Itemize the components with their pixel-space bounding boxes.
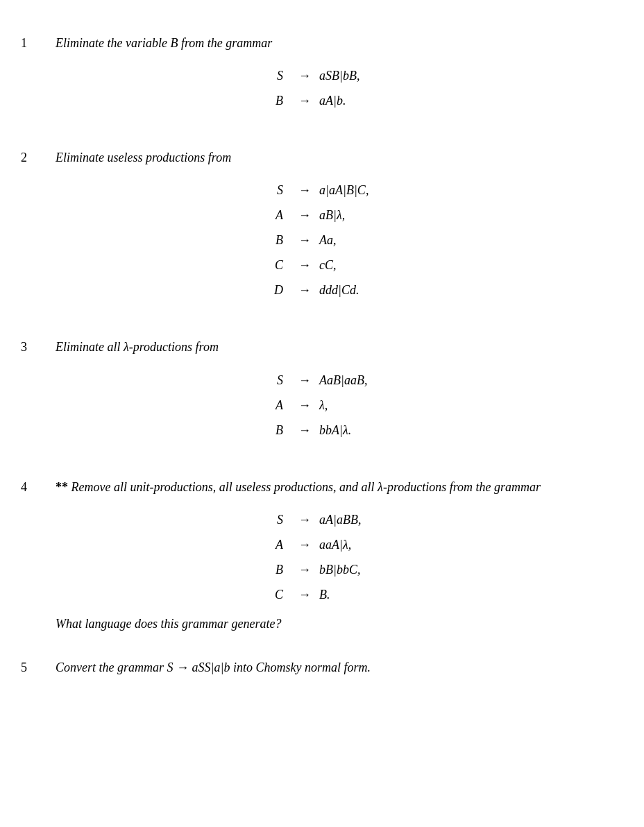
grammar-rhs: bB|bbC, bbox=[319, 557, 402, 582]
grammar-row: C → cC, bbox=[56, 253, 602, 278]
grammar-row: S → aSB|bB, bbox=[56, 63, 602, 88]
grammar-rhs: a|aA|B|C, bbox=[319, 178, 402, 203]
grammar-rhs: aB|λ, bbox=[319, 203, 402, 228]
problem-number-1: 1 bbox=[21, 35, 56, 51]
what-language-text: What language does this grammar generate… bbox=[56, 617, 602, 631]
problem-1-content: Eliminate the variable B from the gramma… bbox=[56, 35, 602, 121]
grammar-lhs: B bbox=[255, 418, 283, 443]
grammar-rhs: aSB|bB, bbox=[319, 63, 402, 88]
arrow-icon: → bbox=[298, 178, 311, 203]
arrow-icon: → bbox=[298, 557, 311, 582]
problem-2-grammar: S → a|aA|B|C, A → aB|λ, B → Aa, C → bbox=[56, 178, 602, 302]
grammar-lhs: C bbox=[255, 582, 283, 607]
page: 1 Eliminate the variable B from the gram… bbox=[0, 14, 644, 827]
problem-number-3: 3 bbox=[21, 339, 56, 355]
problem-2-text: Eliminate useless productions from bbox=[56, 149, 602, 167]
grammar-row: A → aaA|λ, bbox=[56, 532, 602, 557]
problem-3-text: Eliminate all λ-productions from bbox=[56, 339, 602, 356]
grammar-row: B → bbA|λ. bbox=[56, 418, 602, 443]
problem-number-2: 2 bbox=[21, 149, 56, 165]
problem-2-content: Eliminate useless productions from S → a… bbox=[56, 149, 602, 311]
arrow-icon: → bbox=[298, 88, 311, 113]
grammar-lhs: S bbox=[255, 63, 283, 88]
grammar-lhs: S bbox=[255, 368, 283, 393]
grammar-row: B → Aa, bbox=[56, 228, 602, 253]
problem-5-content: Convert the grammar S → aSS|a|b into Cho… bbox=[56, 659, 602, 688]
grammar-lhs: A bbox=[255, 532, 283, 557]
problem-5-text: Convert the grammar S → aSS|a|b into Cho… bbox=[56, 659, 602, 676]
grammar-rhs: bbA|λ. bbox=[319, 418, 402, 443]
grammar-row: S → AaB|aaB, bbox=[56, 368, 602, 393]
grammar-rhs: aaA|λ, bbox=[319, 532, 402, 557]
arrow-icon: → bbox=[298, 582, 311, 607]
grammar-lhs: S bbox=[255, 507, 283, 532]
grammar-rhs: cC, bbox=[319, 253, 402, 278]
grammar-lhs: B bbox=[255, 228, 283, 253]
grammar-lhs: D bbox=[255, 278, 283, 302]
arrow-icon: → bbox=[298, 228, 311, 253]
grammar-lhs: A bbox=[255, 203, 283, 228]
problem-4-grammar: S → aA|aBB, A → aaA|λ, B → bB|bbC, C → bbox=[56, 507, 602, 607]
arrow-icon: → bbox=[298, 63, 311, 88]
grammar-rhs: B. bbox=[319, 582, 402, 607]
arrow-icon: → bbox=[298, 278, 311, 302]
arrow-icon: → bbox=[298, 532, 311, 557]
grammar-rhs: AaB|aaB, bbox=[319, 368, 402, 393]
problem-3: 3 Eliminate all λ-productions from S → A… bbox=[21, 339, 602, 450]
stars: ** bbox=[56, 480, 68, 494]
problem-2: 2 Eliminate useless productions from S →… bbox=[21, 149, 602, 311]
grammar-rhs: λ, bbox=[319, 393, 402, 418]
problem-4-content: ** Remove all unit-productions, all usel… bbox=[56, 479, 602, 631]
arrow-icon: → bbox=[298, 203, 311, 228]
grammar-rhs: Aa, bbox=[319, 228, 402, 253]
grammar-row: C → B. bbox=[56, 582, 602, 607]
grammar-row: B → bB|bbC, bbox=[56, 557, 602, 582]
grammar-row: B → aA|b. bbox=[56, 88, 602, 113]
problem-number-4: 4 bbox=[21, 479, 56, 495]
grammar-row: S → aA|aBB, bbox=[56, 507, 602, 532]
grammar-rhs: aA|aBB, bbox=[319, 507, 402, 532]
arrow-icon: → bbox=[298, 253, 311, 278]
grammar-lhs: S bbox=[255, 178, 283, 203]
problem-4-text: ** Remove all unit-productions, all usel… bbox=[56, 479, 602, 496]
problem-1: 1 Eliminate the variable B from the gram… bbox=[21, 35, 602, 121]
grammar-rhs: ddd|Cd. bbox=[319, 278, 402, 302]
grammar-row: A → λ, bbox=[56, 393, 602, 418]
problem-1-text: Eliminate the variable B from the gramma… bbox=[56, 35, 602, 52]
problem-3-content: Eliminate all λ-productions from S → AaB… bbox=[56, 339, 602, 450]
problem-3-grammar: S → AaB|aaB, A → λ, B → bbA|λ. bbox=[56, 368, 602, 443]
grammar-lhs: C bbox=[255, 253, 283, 278]
grammar-lhs: B bbox=[255, 88, 283, 113]
grammar-row: A → aB|λ, bbox=[56, 203, 602, 228]
grammar-row: D → ddd|Cd. bbox=[56, 278, 602, 302]
arrow-icon: → bbox=[298, 368, 311, 393]
problem-1-grammar: S → aSB|bB, B → aA|b. bbox=[56, 63, 602, 113]
problem-5: 5 Convert the grammar S → aSS|a|b into C… bbox=[21, 659, 602, 688]
grammar-rhs: aA|b. bbox=[319, 88, 402, 113]
grammar-lhs: B bbox=[255, 557, 283, 582]
arrow-icon: → bbox=[298, 507, 311, 532]
grammar-lhs: A bbox=[255, 393, 283, 418]
problem-4: 4 ** Remove all unit-productions, all us… bbox=[21, 479, 602, 631]
arrow-icon: → bbox=[298, 393, 311, 418]
arrow-icon: → bbox=[298, 418, 311, 443]
grammar-row: S → a|aA|B|C, bbox=[56, 178, 602, 203]
problem-number-5: 5 bbox=[21, 659, 56, 675]
